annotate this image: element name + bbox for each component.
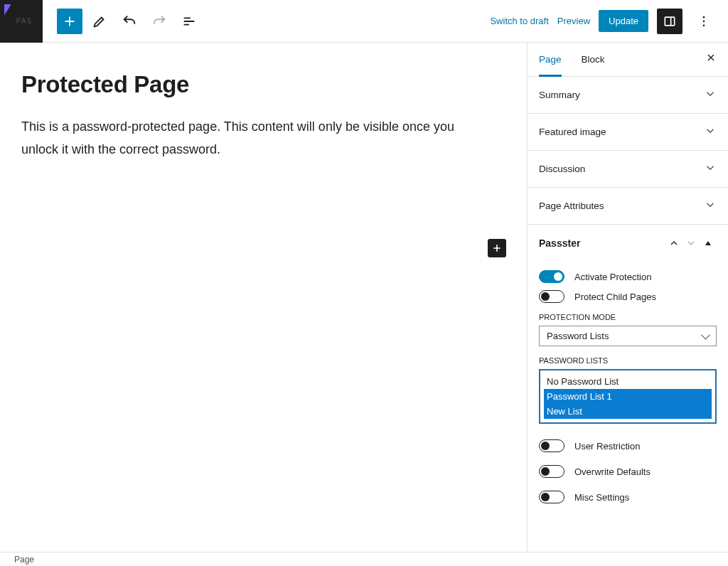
user-restriction-toggle[interactable] [539,439,564,452]
chevron-down-icon [704,87,717,102]
content-wrapper: Protected Page This is a password-protec… [0,43,498,190]
top-toolbar: PAS Switch to draft Preview Update [0,0,728,43]
protect-child-pages-row: Protect Child Pages [539,290,717,303]
protect-child-pages-toggle[interactable] [539,290,564,303]
panel-passster: Passster Activate Protection Protect Chi… [528,225,728,523]
overwrite-defaults-row: Overwrite Defaults [539,465,717,478]
logo-accent [4,4,11,16]
settings-sidebar: Page Block Summary Featured image Discus… [527,43,728,552]
misc-settings-row: Misc Settings [539,491,717,503]
redo-button[interactable] [146,9,172,34]
panel-summary[interactable]: Summary [528,77,728,114]
toolbar-right-group: Switch to draft Preview Update [490,9,728,34]
sidebar-toggle-button[interactable] [657,9,682,34]
svg-rect-0 [665,17,674,26]
update-button[interactable]: Update [599,10,648,32]
svg-point-2 [703,20,705,22]
toolbar-left-group [43,9,202,34]
undo-button[interactable] [117,9,142,34]
more-options-button[interactable] [691,9,717,34]
editor-canvas[interactable]: Protected Page This is a password-protec… [0,43,527,552]
passster-collapse-button[interactable] [700,235,717,252]
panel-discussion-label: Discussion [539,164,585,174]
password-list-option-list1[interactable]: Password List 1 [544,389,712,404]
user-restriction-row: User Restriction [539,439,717,452]
overwrite-defaults-toggle[interactable] [539,465,564,478]
chevron-down-icon [704,198,717,213]
logo-text: PAS [16,17,32,25]
site-logo[interactable]: PAS [0,0,43,43]
password-lists-listbox[interactable]: No Password List Password List 1 New Lis… [539,369,717,424]
panel-page-attributes-label: Page Attributes [539,201,604,211]
panel-featured-image[interactable]: Featured image [528,114,728,151]
tab-page[interactable]: Page [539,43,562,77]
chevron-down-icon [704,161,717,176]
close-sidebar-button[interactable] [705,52,717,67]
add-block-button[interactable] [57,9,82,34]
passster-move-up-button[interactable] [665,235,682,252]
activate-protection-row: Activate Protection [539,270,717,283]
activate-protection-toggle[interactable] [539,270,564,283]
panel-summary-label: Summary [539,90,580,100]
password-list-option-newlist[interactable]: New List [544,404,712,419]
protect-child-pages-label: Protect Child Pages [574,292,656,302]
password-lists-label: PASSWORD LISTS [539,356,717,365]
activate-protection-label: Activate Protection [574,272,651,282]
password-list-option-none[interactable]: No Password List [544,374,712,389]
user-restriction-label: User Restriction [574,441,640,452]
misc-settings-label: Misc Settings [574,492,629,503]
panel-featured-image-label: Featured image [539,127,606,137]
svg-point-3 [703,24,705,26]
page-title[interactable]: Protected Page [21,71,476,98]
preview-link[interactable]: Preview [557,16,590,26]
tab-block[interactable]: Block [582,43,605,77]
sidebar-tabs: Page Block [528,43,728,77]
edit-tool-button[interactable] [87,9,112,34]
panel-discussion[interactable]: Discussion [528,151,728,188]
passster-move-down-button[interactable] [682,235,700,252]
protection-mode-value: Password Lists [547,331,609,341]
overwrite-defaults-label: Overwrite Defaults [574,466,651,477]
document-overview-button[interactable] [176,9,202,34]
misc-settings-toggle[interactable] [539,491,564,503]
passster-title-row: Passster [528,225,728,259]
protection-mode-select[interactable]: Password Lists [539,326,717,346]
chevron-down-icon [704,124,717,139]
passster-title: Passster [539,237,580,249]
breadcrumb[interactable]: Page [14,555,34,565]
page-body-paragraph[interactable]: This is a password-protected page. This … [21,115,476,161]
svg-point-1 [703,16,705,18]
panel-page-attributes[interactable]: Page Attributes [528,188,728,225]
editor-footer: Page [0,552,728,566]
protection-mode-label: PROTECTION MODE [539,313,717,321]
switch-to-draft-link[interactable]: Switch to draft [490,16,548,26]
inline-add-block-button[interactable] [488,239,506,257]
passster-panel-body: Activate Protection Protect Child Pages … [528,259,728,523]
